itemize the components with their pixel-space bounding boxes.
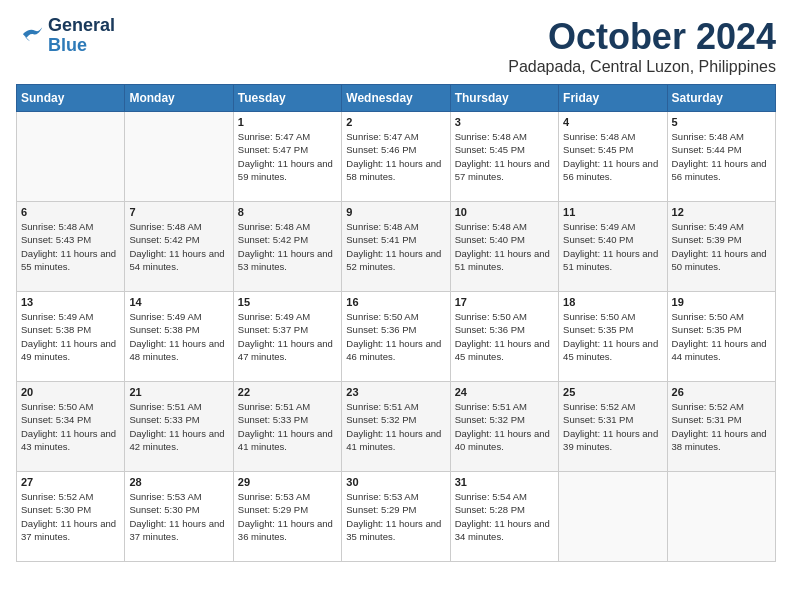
day-info: Sunrise: 5:53 AM Sunset: 5:30 PM Dayligh… bbox=[129, 490, 228, 543]
weekday-header: Wednesday bbox=[342, 85, 450, 112]
calendar-cell bbox=[667, 472, 775, 562]
day-number: 4 bbox=[563, 116, 662, 128]
calendar-cell: 31Sunrise: 5:54 AM Sunset: 5:28 PM Dayli… bbox=[450, 472, 558, 562]
calendar-cell bbox=[17, 112, 125, 202]
calendar-cell: 10Sunrise: 5:48 AM Sunset: 5:40 PM Dayli… bbox=[450, 202, 558, 292]
calendar-cell: 18Sunrise: 5:50 AM Sunset: 5:35 PM Dayli… bbox=[559, 292, 667, 382]
calendar-cell: 13Sunrise: 5:49 AM Sunset: 5:38 PM Dayli… bbox=[17, 292, 125, 382]
day-number: 18 bbox=[563, 296, 662, 308]
day-info: Sunrise: 5:50 AM Sunset: 5:36 PM Dayligh… bbox=[455, 310, 554, 363]
day-info: Sunrise: 5:48 AM Sunset: 5:43 PM Dayligh… bbox=[21, 220, 120, 273]
day-number: 11 bbox=[563, 206, 662, 218]
day-number: 24 bbox=[455, 386, 554, 398]
day-info: Sunrise: 5:49 AM Sunset: 5:37 PM Dayligh… bbox=[238, 310, 337, 363]
calendar-cell bbox=[559, 472, 667, 562]
calendar-cell: 16Sunrise: 5:50 AM Sunset: 5:36 PM Dayli… bbox=[342, 292, 450, 382]
location-subtitle: Padapada, Central Luzon, Philippines bbox=[508, 58, 776, 76]
day-number: 30 bbox=[346, 476, 445, 488]
day-info: Sunrise: 5:49 AM Sunset: 5:40 PM Dayligh… bbox=[563, 220, 662, 273]
calendar-cell: 1Sunrise: 5:47 AM Sunset: 5:47 PM Daylig… bbox=[233, 112, 341, 202]
day-number: 25 bbox=[563, 386, 662, 398]
calendar-cell: 30Sunrise: 5:53 AM Sunset: 5:29 PM Dayli… bbox=[342, 472, 450, 562]
calendar-week-row: 20Sunrise: 5:50 AM Sunset: 5:34 PM Dayli… bbox=[17, 382, 776, 472]
day-info: Sunrise: 5:48 AM Sunset: 5:45 PM Dayligh… bbox=[563, 130, 662, 183]
day-number: 31 bbox=[455, 476, 554, 488]
title-block: October 2024 Padapada, Central Luzon, Ph… bbox=[508, 16, 776, 76]
weekday-header: Saturday bbox=[667, 85, 775, 112]
day-number: 26 bbox=[672, 386, 771, 398]
day-number: 3 bbox=[455, 116, 554, 128]
day-info: Sunrise: 5:48 AM Sunset: 5:44 PM Dayligh… bbox=[672, 130, 771, 183]
calendar-cell: 11Sunrise: 5:49 AM Sunset: 5:40 PM Dayli… bbox=[559, 202, 667, 292]
day-number: 1 bbox=[238, 116, 337, 128]
calendar-header-row: SundayMondayTuesdayWednesdayThursdayFrid… bbox=[17, 85, 776, 112]
day-number: 9 bbox=[346, 206, 445, 218]
day-info: Sunrise: 5:48 AM Sunset: 5:41 PM Dayligh… bbox=[346, 220, 445, 273]
calendar-cell: 15Sunrise: 5:49 AM Sunset: 5:37 PM Dayli… bbox=[233, 292, 341, 382]
day-info: Sunrise: 5:47 AM Sunset: 5:46 PM Dayligh… bbox=[346, 130, 445, 183]
day-info: Sunrise: 5:52 AM Sunset: 5:31 PM Dayligh… bbox=[563, 400, 662, 453]
calendar-cell: 4Sunrise: 5:48 AM Sunset: 5:45 PM Daylig… bbox=[559, 112, 667, 202]
calendar-cell: 3Sunrise: 5:48 AM Sunset: 5:45 PM Daylig… bbox=[450, 112, 558, 202]
day-number: 22 bbox=[238, 386, 337, 398]
day-number: 12 bbox=[672, 206, 771, 218]
calendar-cell: 28Sunrise: 5:53 AM Sunset: 5:30 PM Dayli… bbox=[125, 472, 233, 562]
weekday-header: Friday bbox=[559, 85, 667, 112]
day-number: 17 bbox=[455, 296, 554, 308]
calendar-cell: 5Sunrise: 5:48 AM Sunset: 5:44 PM Daylig… bbox=[667, 112, 775, 202]
day-info: Sunrise: 5:51 AM Sunset: 5:33 PM Dayligh… bbox=[238, 400, 337, 453]
day-info: Sunrise: 5:51 AM Sunset: 5:33 PM Dayligh… bbox=[129, 400, 228, 453]
day-info: Sunrise: 5:50 AM Sunset: 5:35 PM Dayligh… bbox=[563, 310, 662, 363]
calendar-table: SundayMondayTuesdayWednesdayThursdayFrid… bbox=[16, 84, 776, 562]
day-info: Sunrise: 5:52 AM Sunset: 5:30 PM Dayligh… bbox=[21, 490, 120, 543]
calendar-week-row: 1Sunrise: 5:47 AM Sunset: 5:47 PM Daylig… bbox=[17, 112, 776, 202]
calendar-cell: 9Sunrise: 5:48 AM Sunset: 5:41 PM Daylig… bbox=[342, 202, 450, 292]
day-number: 2 bbox=[346, 116, 445, 128]
calendar-cell: 20Sunrise: 5:50 AM Sunset: 5:34 PM Dayli… bbox=[17, 382, 125, 472]
calendar-cell: 23Sunrise: 5:51 AM Sunset: 5:32 PM Dayli… bbox=[342, 382, 450, 472]
calendar-cell: 29Sunrise: 5:53 AM Sunset: 5:29 PM Dayli… bbox=[233, 472, 341, 562]
day-number: 13 bbox=[21, 296, 120, 308]
day-number: 27 bbox=[21, 476, 120, 488]
day-info: Sunrise: 5:48 AM Sunset: 5:42 PM Dayligh… bbox=[238, 220, 337, 273]
calendar-cell: 24Sunrise: 5:51 AM Sunset: 5:32 PM Dayli… bbox=[450, 382, 558, 472]
weekday-header: Monday bbox=[125, 85, 233, 112]
day-info: Sunrise: 5:54 AM Sunset: 5:28 PM Dayligh… bbox=[455, 490, 554, 543]
calendar-cell: 25Sunrise: 5:52 AM Sunset: 5:31 PM Dayli… bbox=[559, 382, 667, 472]
day-info: Sunrise: 5:49 AM Sunset: 5:38 PM Dayligh… bbox=[129, 310, 228, 363]
calendar-cell: 2Sunrise: 5:47 AM Sunset: 5:46 PM Daylig… bbox=[342, 112, 450, 202]
day-info: Sunrise: 5:51 AM Sunset: 5:32 PM Dayligh… bbox=[346, 400, 445, 453]
calendar-cell: 21Sunrise: 5:51 AM Sunset: 5:33 PM Dayli… bbox=[125, 382, 233, 472]
calendar-week-row: 27Sunrise: 5:52 AM Sunset: 5:30 PM Dayli… bbox=[17, 472, 776, 562]
day-info: Sunrise: 5:52 AM Sunset: 5:31 PM Dayligh… bbox=[672, 400, 771, 453]
day-info: Sunrise: 5:50 AM Sunset: 5:35 PM Dayligh… bbox=[672, 310, 771, 363]
calendar-cell: 8Sunrise: 5:48 AM Sunset: 5:42 PM Daylig… bbox=[233, 202, 341, 292]
day-info: Sunrise: 5:48 AM Sunset: 5:45 PM Dayligh… bbox=[455, 130, 554, 183]
day-number: 5 bbox=[672, 116, 771, 128]
weekday-header: Tuesday bbox=[233, 85, 341, 112]
day-number: 20 bbox=[21, 386, 120, 398]
calendar-cell: 7Sunrise: 5:48 AM Sunset: 5:42 PM Daylig… bbox=[125, 202, 233, 292]
month-title: October 2024 bbox=[508, 16, 776, 58]
calendar-body: 1Sunrise: 5:47 AM Sunset: 5:47 PM Daylig… bbox=[17, 112, 776, 562]
day-info: Sunrise: 5:49 AM Sunset: 5:39 PM Dayligh… bbox=[672, 220, 771, 273]
day-number: 21 bbox=[129, 386, 228, 398]
day-info: Sunrise: 5:50 AM Sunset: 5:34 PM Dayligh… bbox=[21, 400, 120, 453]
day-number: 15 bbox=[238, 296, 337, 308]
calendar-cell: 22Sunrise: 5:51 AM Sunset: 5:33 PM Dayli… bbox=[233, 382, 341, 472]
logo: General Blue bbox=[16, 16, 115, 56]
calendar-cell: 6Sunrise: 5:48 AM Sunset: 5:43 PM Daylig… bbox=[17, 202, 125, 292]
day-number: 7 bbox=[129, 206, 228, 218]
day-number: 29 bbox=[238, 476, 337, 488]
weekday-header: Thursday bbox=[450, 85, 558, 112]
day-info: Sunrise: 5:53 AM Sunset: 5:29 PM Dayligh… bbox=[238, 490, 337, 543]
day-number: 14 bbox=[129, 296, 228, 308]
calendar-cell bbox=[125, 112, 233, 202]
day-number: 10 bbox=[455, 206, 554, 218]
calendar-cell: 14Sunrise: 5:49 AM Sunset: 5:38 PM Dayli… bbox=[125, 292, 233, 382]
day-number: 23 bbox=[346, 386, 445, 398]
day-info: Sunrise: 5:49 AM Sunset: 5:38 PM Dayligh… bbox=[21, 310, 120, 363]
calendar-week-row: 13Sunrise: 5:49 AM Sunset: 5:38 PM Dayli… bbox=[17, 292, 776, 382]
day-info: Sunrise: 5:48 AM Sunset: 5:42 PM Dayligh… bbox=[129, 220, 228, 273]
logo-text: General Blue bbox=[48, 16, 115, 56]
